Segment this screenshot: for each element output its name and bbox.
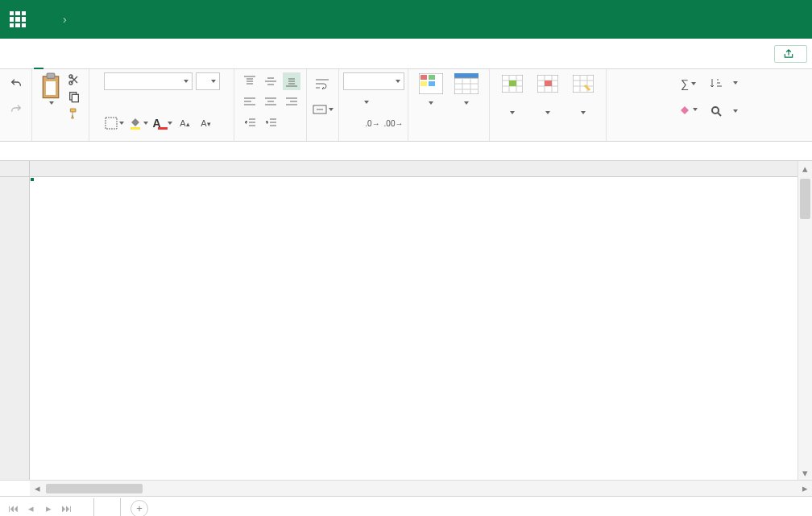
- conditional-formatting-button[interactable]: [415, 72, 447, 106]
- paste-button[interactable]: [39, 72, 63, 105]
- copy-button[interactable]: [66, 89, 82, 104]
- svg-rect-16: [454, 73, 478, 78]
- svg-rect-14: [420, 81, 427, 86]
- share-button[interactable]: [774, 45, 807, 63]
- group-alignment: [234, 69, 307, 141]
- sheet-tab[interactable]: [93, 498, 121, 517]
- comma-button[interactable]: [343, 114, 361, 132]
- find-select-button[interactable]: [707, 104, 741, 118]
- svg-rect-21: [545, 80, 552, 86]
- autosum-button[interactable]: ∑: [678, 75, 699, 93]
- scroll-up-arrow[interactable]: ▴: [798, 161, 812, 175]
- font-name-select[interactable]: [104, 72, 193, 90]
- decrease-indent-button[interactable]: [241, 114, 259, 132]
- percent-button[interactable]: [372, 93, 390, 111]
- align-left-button[interactable]: [241, 93, 259, 111]
- vertical-scrollbar[interactable]: ▴ ▾: [798, 161, 812, 480]
- align-center-button[interactable]: [262, 93, 280, 111]
- sheet-nav-next[interactable]: ▸: [40, 501, 56, 517]
- clipboard-icon: [39, 72, 63, 100]
- svg-rect-19: [509, 80, 516, 86]
- svg-point-23: [712, 107, 719, 114]
- app-launcher-icon[interactable]: [10, 11, 26, 27]
- format-painter-button[interactable]: [66, 106, 82, 121]
- column-headers: [30, 161, 798, 177]
- tab-view[interactable]: [118, 39, 140, 68]
- scroll-left-arrow[interactable]: ◂: [30, 482, 44, 494]
- svg-rect-12: [420, 75, 427, 80]
- cut-button[interactable]: [66, 72, 82, 87]
- formula-bar[interactable]: [0, 142, 812, 161]
- cells-area[interactable]: [30, 177, 798, 480]
- group-clipboard: [32, 69, 89, 141]
- vscroll-thumb[interactable]: [800, 179, 810, 219]
- format-cells-button[interactable]: [567, 72, 599, 116]
- redo-button[interactable]: [8, 101, 24, 118]
- shrink-font-button[interactable]: A▾: [197, 114, 215, 132]
- add-sheet-button[interactable]: +: [130, 500, 148, 517]
- sheet-nav-last[interactable]: ⏭: [58, 501, 74, 517]
- undo-button[interactable]: [8, 76, 24, 92]
- tab-review[interactable]: [95, 39, 118, 68]
- ribbon-tabs: [0, 39, 812, 69]
- horizontal-scrollbar[interactable]: ◂ ▸: [30, 481, 812, 496]
- tell-me-search[interactable]: [164, 39, 187, 68]
- group-tables: [408, 69, 490, 141]
- align-right-button[interactable]: [283, 93, 300, 111]
- insert-cells-button[interactable]: [496, 72, 528, 116]
- strikethrough-button[interactable]: [188, 93, 205, 111]
- row-headers: [0, 177, 30, 480]
- font-color-button[interactable]: A: [152, 114, 173, 132]
- decrease-decimal-button[interactable]: .00→: [385, 114, 403, 132]
- svg-rect-7: [106, 118, 117, 129]
- align-top-button[interactable]: [241, 72, 259, 90]
- svg-rect-17: [454, 78, 478, 94]
- ribbon: A A▴ A▾: [0, 69, 812, 142]
- group-cells: [490, 69, 607, 141]
- tab-home[interactable]: [27, 39, 50, 68]
- merge-button[interactable]: [313, 101, 334, 118]
- sheet-nav-first[interactable]: ⏮: [5, 501, 21, 517]
- tab-insert[interactable]: [50, 39, 72, 68]
- scroll-right-arrow[interactable]: ▸: [798, 482, 812, 494]
- share-icon: [783, 48, 794, 60]
- tab-data[interactable]: [72, 39, 95, 68]
- select-all-corner[interactable]: [0, 161, 30, 177]
- svg-rect-8: [130, 127, 140, 130]
- bold-button[interactable]: [104, 93, 122, 111]
- fill-handle[interactable]: [30, 177, 35, 182]
- group-font: A A▴ A▾: [89, 69, 234, 141]
- delete-cells-button[interactable]: [532, 72, 564, 116]
- hscroll-thumb[interactable]: [46, 484, 143, 493]
- increase-indent-button[interactable]: [262, 114, 280, 132]
- currency-button[interactable]: [343, 93, 361, 111]
- align-middle-button[interactable]: [262, 72, 280, 90]
- breadcrumb[interactable]: ›: [60, 13, 70, 26]
- svg-rect-13: [429, 75, 435, 80]
- tab-file[interactable]: [5, 39, 27, 68]
- group-wrap-merge: [307, 69, 339, 141]
- double-underline-button[interactable]: [167, 93, 184, 111]
- number-format-select[interactable]: [343, 72, 404, 90]
- underline-button[interactable]: [146, 93, 164, 111]
- font-size-select[interactable]: [196, 72, 220, 90]
- svg-rect-1: [47, 73, 55, 78]
- border-button[interactable]: [104, 114, 125, 132]
- sheet-tab-bar: ⏮ ◂ ▸ ⏭ +: [0, 496, 812, 516]
- align-bottom-button[interactable]: [283, 72, 300, 90]
- grow-font-button[interactable]: A▴: [176, 114, 194, 132]
- sheet-nav-prev[interactable]: ◂: [23, 501, 39, 517]
- italic-button[interactable]: [125, 93, 143, 111]
- scroll-down-arrow[interactable]: ▾: [798, 465, 812, 480]
- spreadsheet-grid: ▴ ▾: [0, 161, 812, 480]
- wrap-text-button[interactable]: [313, 75, 334, 93]
- group-editing: ∑: [607, 69, 812, 141]
- clear-button[interactable]: [678, 101, 699, 118]
- open-in-excel[interactable]: [198, 39, 221, 68]
- fill-color-button[interactable]: [128, 114, 149, 132]
- svg-rect-22: [573, 75, 594, 93]
- sort-filter-button[interactable]: [707, 76, 741, 90]
- increase-decimal-button[interactable]: .0→: [364, 114, 382, 132]
- group-number: .0→ .00→: [339, 69, 408, 141]
- format-as-table-button[interactable]: [450, 72, 483, 106]
